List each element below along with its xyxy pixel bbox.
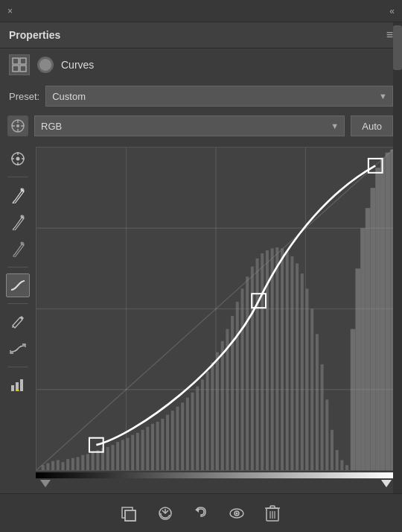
svg-rect-33	[42, 465, 45, 470]
preset-select-wrapper[interactable]: Custom Default Strong Contrast Linear Co…	[45, 86, 393, 107]
svg-rect-85	[301, 273, 304, 470]
svg-rect-89	[321, 364, 324, 470]
svg-rect-95	[351, 329, 356, 470]
svg-rect-43	[92, 452, 95, 470]
svg-rect-40	[77, 457, 80, 470]
black-point-picker[interactable]	[6, 237, 30, 261]
white-point-triangle[interactable]	[381, 480, 392, 487]
curves-row: Curves	[0, 48, 402, 81]
svg-rect-53	[141, 430, 144, 470]
svg-rect-76	[256, 259, 259, 470]
svg-rect-56	[156, 422, 159, 470]
svg-rect-96	[355, 268, 360, 470]
svg-rect-74	[246, 276, 249, 470]
toolbar-separator-2	[7, 267, 28, 267]
curves-circle-icon	[37, 57, 54, 73]
auto-button[interactable]: Auto	[351, 115, 393, 136]
svg-rect-41	[81, 455, 84, 470]
svg-rect-64	[196, 387, 199, 470]
svg-point-113	[236, 512, 238, 514]
svg-rect-93	[340, 460, 343, 470]
svg-rect-72	[236, 302, 239, 470]
svg-rect-71	[231, 316, 234, 470]
svg-rect-73	[240, 288, 243, 470]
svg-rect-63	[191, 393, 194, 470]
svg-rect-39	[71, 458, 74, 470]
svg-rect-94	[345, 465, 348, 470]
svg-rect-35	[51, 461, 54, 470]
svg-rect-51	[131, 435, 134, 470]
curve-tool[interactable]	[6, 273, 30, 297]
preset-label: Preset:	[9, 91, 39, 102]
scrollbar-thumb[interactable]	[393, 25, 402, 70]
visibility-button[interactable]	[225, 501, 249, 525]
svg-rect-3	[20, 66, 26, 72]
create-layer-button[interactable]	[118, 501, 141, 525]
svg-rect-87	[310, 309, 313, 471]
preset-select[interactable]: Custom Default Strong Contrast Linear Co…	[45, 86, 393, 107]
main-content	[0, 141, 402, 493]
svg-rect-46	[106, 447, 109, 470]
svg-rect-58	[166, 415, 169, 470]
svg-rect-100	[375, 168, 380, 470]
target-adjustment-tool[interactable]	[6, 147, 30, 171]
curves-area	[36, 141, 402, 493]
panel-title: Properties	[9, 29, 60, 41]
svg-rect-54	[146, 427, 149, 470]
svg-rect-92	[336, 450, 339, 470]
reset-view-button[interactable]	[153, 501, 177, 525]
black-point-triangle[interactable]	[40, 480, 51, 487]
svg-rect-22	[20, 379, 23, 391]
svg-rect-36	[57, 460, 60, 470]
toolbar-separator-3	[7, 303, 28, 304]
svg-rect-83	[290, 256, 293, 470]
pencil-tool[interactable]	[6, 310, 30, 334]
svg-rect-67	[211, 362, 214, 470]
delete-button[interactable]	[261, 501, 284, 525]
svg-rect-102	[386, 153, 391, 470]
svg-rect-98	[366, 208, 371, 470]
svg-rect-62	[186, 398, 189, 470]
svg-rect-59	[171, 411, 174, 470]
svg-rect-52	[136, 433, 139, 470]
svg-rect-44	[96, 450, 99, 470]
channel-select-wrapper[interactable]: RGB Red Green Blue ▼	[34, 115, 345, 136]
panel-header: Properties ≡	[0, 22, 402, 48]
svg-rect-91	[331, 430, 334, 470]
white-point-picker[interactable]	[6, 183, 30, 207]
svg-rect-77	[261, 253, 264, 470]
close-button[interactable]: ×	[7, 6, 13, 16]
svg-point-10	[16, 124, 19, 127]
scrollbar[interactable]	[393, 22, 402, 493]
svg-rect-60	[176, 407, 179, 470]
svg-rect-97	[360, 228, 366, 470]
channel-select[interactable]: RGB Red Green Blue	[34, 115, 345, 136]
svg-rect-68	[216, 352, 219, 470]
channel-target-icon[interactable]	[7, 115, 28, 136]
svg-rect-38	[66, 459, 69, 470]
curves-label: Curves	[61, 59, 94, 71]
svg-rect-61	[181, 402, 184, 470]
svg-rect-90	[325, 399, 328, 470]
left-toolbar	[0, 141, 36, 493]
svg-rect-49	[121, 440, 124, 470]
svg-rect-20	[11, 385, 14, 391]
gray-point-picker[interactable]	[6, 210, 30, 234]
svg-rect-81	[281, 248, 284, 470]
svg-rect-86	[306, 288, 309, 470]
toolbar-separator-4	[7, 367, 28, 367]
collapse-button[interactable]: «	[389, 6, 395, 16]
svg-rect-57	[161, 419, 164, 470]
svg-rect-34	[46, 463, 49, 470]
smooth-tool[interactable]	[6, 337, 30, 361]
svg-rect-47	[111, 445, 114, 470]
svg-rect-88	[316, 334, 319, 470]
bottom-toolbar	[0, 493, 402, 532]
undo-button[interactable]	[189, 501, 213, 525]
svg-rect-2	[13, 66, 19, 72]
curves-graph[interactable]	[36, 147, 396, 471]
histogram-tool[interactable]	[6, 373, 30, 397]
panel-menu-icon[interactable]: ≡	[386, 28, 393, 42]
svg-rect-37	[61, 462, 64, 470]
svg-point-12	[16, 157, 20, 161]
